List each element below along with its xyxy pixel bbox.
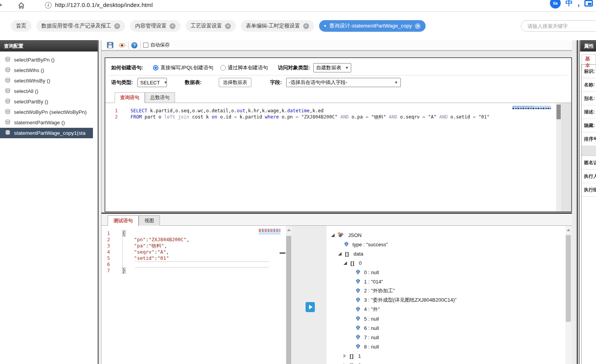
- play-icon: [309, 305, 313, 309]
- query-list-item[interactable]: selectWihs (): [0, 65, 93, 76]
- sql-code-editor[interactable]: 1SELECT k.partid,o.seq,o.wc,o.detail,o.o…: [105, 103, 571, 211]
- tab[interactable]: 首页: [11, 20, 31, 32]
- query-list-item[interactable]: statementPartWage (): [0, 117, 93, 128]
- tab-count-statement[interactable]: 总数语句: [145, 92, 175, 103]
- expanded-arrow-icon[interactable]: [331, 234, 335, 237]
- refresh-icon[interactable]: ⟳: [0, 1, 2, 10]
- chevron-down-icon: ▼: [345, 66, 349, 70]
- tree-node[interactable]: 8 : null: [326, 342, 565, 351]
- collapsed-arrow-icon[interactable]: [344, 354, 346, 358]
- run-test-button[interactable]: [306, 302, 315, 312]
- property-field-label: 名称:: [582, 78, 596, 92]
- close-icon[interactable]: ✕: [114, 23, 120, 29]
- properties-splitter[interactable]: [572, 40, 580, 364]
- tab[interactable]: 工艺设置设置✕: [185, 20, 236, 32]
- scroll-up-icon[interactable]: [567, 229, 570, 231]
- tree-node[interactable]: 2 : "外协加工": [326, 286, 565, 295]
- query-list-item[interactable]: selectPartByPn (): [0, 55, 93, 65]
- page-info-icon[interactable]: i: [45, 2, 52, 9]
- chevron-down-icon: ▼: [395, 81, 398, 84]
- tree-node[interactable]: 1 : "014": [326, 277, 565, 286]
- test-json-editor[interactable]: 1{2 "pn":"ZXJ804B200C",3 "pa":"物料",4 "se…: [101, 226, 286, 364]
- tab-label: 工艺设置设置: [191, 22, 222, 29]
- extension-badge-icon[interactable]: tia: [550, 0, 561, 9]
- save-icon[interactable]: [107, 42, 113, 48]
- scrollbar-thumb[interactable]: [556, 105, 561, 119]
- chevron-down-icon: ▼: [164, 81, 167, 84]
- tree-scrollbar[interactable]: [565, 226, 571, 364]
- script-radio-label[interactable]: 通过脚本创建语句: [228, 64, 268, 71]
- designer-panel: 如何创建语句: 直接编写JPQL创建语句 通过脚本创建语句 访问对象类型: 自建…: [105, 57, 572, 212]
- comma-extension-icon[interactable]: ,: [577, 0, 580, 8]
- expanded-arrow-icon[interactable]: [338, 252, 342, 256]
- tree-node-text: 6 : null: [364, 325, 379, 331]
- json-root-icon: [337, 232, 344, 239]
- tree-node[interactable]: []1: [326, 351, 565, 361]
- test-json-lines: 1{2 "pn":"ZXJ804B200C",3 "pa":"物料",4 "se…: [101, 226, 286, 274]
- script-radio[interactable]: [220, 65, 226, 70]
- sidebar-splitter[interactable]: [98, 40, 101, 364]
- tree-node-text: 5 : null: [364, 316, 379, 322]
- help-icon[interactable]: ?: [131, 42, 137, 48]
- test-editor-scrollbar[interactable]: [286, 226, 292, 364]
- autosave-checkbox[interactable]: [143, 43, 148, 48]
- tab[interactable]: 表单编辑-工时定额设置✕: [241, 20, 314, 32]
- close-icon[interactable]: ✕: [225, 23, 231, 29]
- tree-node[interactable]: []data: [326, 249, 565, 258]
- picture-in-picture-icon[interactable]: [584, 0, 593, 7]
- tree-node[interactable]: type : "success": [326, 240, 565, 249]
- gem-icon: [356, 344, 360, 350]
- app-tab-bar: 首页数据应用管理-生产记录及报工✕内容管理设置✕工艺设置设置✕表单编辑-工时定额…: [0, 12, 596, 40]
- tree-node[interactable]: 6 : null: [326, 323, 565, 333]
- tree-node[interactable]: []2: [326, 361, 565, 364]
- close-icon[interactable]: ✕: [170, 23, 175, 29]
- tree-node[interactable]: []0: [326, 258, 565, 268]
- scroll-up-icon[interactable]: [287, 229, 291, 231]
- tab[interactable]: 数据应用管理-生产记录及报工✕: [36, 20, 125, 32]
- tab-query-statement[interactable]: 查询语句: [115, 92, 145, 103]
- statement-tabs: 查询语句 总数语句: [115, 92, 175, 103]
- tree-node[interactable]: 0 : null: [326, 268, 565, 277]
- tab-active[interactable]: •查询设计-statementPartWage_copy✕: [319, 20, 426, 32]
- home-icon[interactable]: [17, 2, 25, 11]
- jpql-radio-label[interactable]: 直接编写JPQL创建语句: [160, 64, 213, 71]
- code-line: 4 "seqrv":"A",: [101, 249, 286, 255]
- statement-type-select[interactable]: SELECT▼: [137, 78, 167, 87]
- query-list-item[interactable]: selectWoByPn (selectWoByPn): [0, 107, 93, 117]
- tree-node[interactable]: 5 : null: [326, 314, 565, 323]
- field-select[interactable]: -选择后在语句中插入字段-▼: [286, 78, 401, 87]
- line-number: 3: [101, 243, 114, 249]
- query-list-item[interactable]: selectWihsBy (): [0, 76, 93, 86]
- tab-view[interactable]: 视图: [139, 215, 160, 226]
- sql-editor-scrollbar[interactable]: [556, 103, 561, 211]
- scrollbar-thumb[interactable]: [566, 235, 571, 322]
- expanded-arrow-icon[interactable]: [344, 261, 347, 265]
- tab[interactable]: 内容管理设置✕: [130, 20, 180, 32]
- gem-icon: [356, 335, 360, 341]
- choose-table-button[interactable]: 选择数据表: [219, 78, 252, 87]
- code-minimap: [512, 106, 551, 109]
- code-line: 3 "pa":"物料",: [101, 243, 286, 249]
- preview-eye-icon[interactable]: [119, 43, 125, 48]
- close-icon[interactable]: ✕: [303, 23, 309, 29]
- url-text[interactable]: http://127.0.0.1/x_desktop/index.html: [55, 2, 153, 8]
- line-number: 7: [101, 268, 114, 274]
- tree-node[interactable]: 7 : null: [326, 333, 565, 342]
- tree-node[interactable]: 4 : "外": [326, 305, 565, 314]
- translate-extension-icon[interactable]: 中: [565, 0, 573, 8]
- database-icon: [5, 119, 10, 126]
- jpql-radio[interactable]: [153, 65, 158, 70]
- query-list-item[interactable]: selectPartBy (): [0, 96, 93, 107]
- scrollbar-thumb[interactable]: [286, 236, 291, 364]
- query-list-item[interactable]: selectAll (): [0, 86, 93, 96]
- query-list-item[interactable]: statementPartWage_copy1(sta: [0, 128, 93, 138]
- tree-node-root[interactable]: JSON: [326, 230, 565, 240]
- query-list: selectPartByPn ()selectWihs ()selectWihs…: [0, 52, 98, 138]
- access-type-select[interactable]: 自建数据表▼: [313, 63, 351, 72]
- search-input[interactable]: [521, 20, 596, 32]
- code-line: 2 "pn":"ZXJ804B200C",: [101, 237, 286, 243]
- tab-test-statement[interactable]: 测试语句: [108, 215, 139, 226]
- tree-node[interactable]: 3 : "委外成型(详见图纸ZXJ804B200C14)": [326, 295, 565, 305]
- close-icon[interactable]: ✕: [415, 23, 421, 29]
- property-field-label: 执行组: [582, 183, 596, 197]
